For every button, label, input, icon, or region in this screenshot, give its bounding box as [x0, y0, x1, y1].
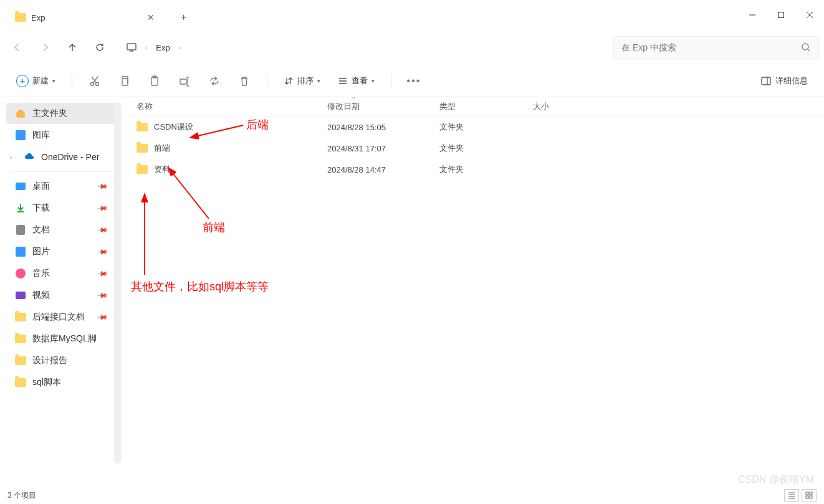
- main-area: 主文件夹 图库 › OneDrive - Per 桌面 📌 下载 📌: [0, 97, 824, 487]
- desktop-icon: [15, 181, 26, 192]
- column-size[interactable]: 大小: [533, 101, 824, 112]
- pc-icon: [125, 41, 138, 54]
- sidebar-item-folder3[interactable]: 设计报告: [6, 350, 115, 371]
- close-tab-icon[interactable]: ✕: [145, 11, 157, 24]
- svg-rect-15: [180, 79, 186, 84]
- column-type[interactable]: 类型: [439, 101, 533, 112]
- column-name[interactable]: 名称: [122, 101, 327, 112]
- sidebar-item-pictures[interactable]: 图片 📌: [6, 241, 115, 262]
- paste-button[interactable]: [142, 70, 167, 92]
- grid-view-toggle[interactable]: [802, 489, 817, 502]
- sidebar-label: 下载: [32, 202, 92, 214]
- column-headers: 名称 修改日期 类型 大小: [122, 97, 824, 116]
- pictures-icon: [15, 246, 26, 257]
- breadcrumb[interactable]: › Exp ›: [120, 36, 606, 59]
- scrollbar[interactable]: [114, 102, 122, 464]
- file-row[interactable]: CSDN课设 2024/8/28 15:05 文件夹: [122, 116, 824, 138]
- file-row[interactable]: 资料 2024/8/28 14:47 文件夹: [122, 159, 824, 180]
- sidebar: 主文件夹 图库 › OneDrive - Per 桌面 📌 下载 📌: [0, 97, 122, 487]
- close-window-button[interactable]: [795, 5, 824, 25]
- pin-icon: 📌: [96, 180, 108, 192]
- details-label: 详细信息: [775, 75, 808, 87]
- tab-title: Exp: [31, 13, 140, 22]
- svg-rect-12: [122, 78, 128, 85]
- sidebar-item-onedrive[interactable]: › OneDrive - Per: [6, 146, 115, 168]
- folder-icon: [137, 123, 148, 131]
- new-button[interactable]: + 新建 ▾: [10, 71, 62, 91]
- video-icon: [15, 290, 26, 301]
- statusbar: 3 个项目: [0, 487, 824, 504]
- sidebar-label: 主文件夹: [32, 108, 107, 119]
- annotation-other: 其他文件，比如sql脚本等等: [131, 279, 269, 294]
- chevron-right-icon[interactable]: ›: [10, 154, 17, 161]
- sidebar-item-folder1[interactable]: 后端接口文档 📌: [6, 307, 115, 328]
- file-list: CSDN课设 2024/8/28 15:05 文件夹 前端 2024/8/31 …: [122, 116, 824, 180]
- svg-rect-4: [127, 44, 136, 50]
- file-name: 前端: [154, 143, 170, 154]
- sort-button[interactable]: 排序 ▾: [277, 72, 327, 90]
- share-button[interactable]: [202, 70, 227, 92]
- maximize-button[interactable]: [767, 5, 795, 25]
- sidebar-label: OneDrive - Per: [41, 152, 107, 162]
- sidebar-item-music[interactable]: 音乐 📌: [6, 263, 115, 284]
- svg-rect-34: [810, 496, 812, 498]
- gallery-icon: [15, 130, 26, 141]
- arrow-icon: [135, 191, 154, 278]
- details-panel-button[interactable]: 详细信息: [754, 72, 814, 90]
- sidebar-item-gallery[interactable]: 图库: [6, 125, 115, 146]
- sidebar-item-downloads[interactable]: 下载 📌: [6, 197, 115, 219]
- sidebar-item-folder4[interactable]: sql脚本: [6, 372, 115, 393]
- titlebar: Exp ✕ +: [0, 0, 824, 30]
- cut-button[interactable]: [82, 70, 107, 92]
- sort-indicator-icon: ^: [352, 97, 355, 102]
- up-button[interactable]: [60, 35, 85, 60]
- sidebar-label: sql脚本: [32, 377, 107, 388]
- chevron-down-icon: ▾: [52, 78, 55, 84]
- file-date: 2024/8/28 15:05: [327, 123, 439, 132]
- divider: [72, 74, 72, 88]
- sidebar-label: 图库: [32, 130, 107, 141]
- svg-point-8: [91, 82, 94, 85]
- folder-icon: [137, 165, 148, 174]
- search-input[interactable]: [621, 42, 801, 52]
- folder-icon: [15, 311, 26, 323]
- refresh-button[interactable]: [87, 35, 112, 60]
- svg-rect-31: [806, 492, 808, 495]
- svg-rect-1: [778, 12, 784, 18]
- tab-exp[interactable]: Exp ✕: [5, 6, 167, 29]
- sort-icon: [284, 76, 294, 86]
- more-button[interactable]: •••: [401, 70, 426, 92]
- item-count: 3 个项目: [7, 490, 36, 501]
- folder-icon: [137, 144, 148, 153]
- back-button[interactable]: [5, 35, 30, 60]
- breadcrumb-item[interactable]: Exp: [152, 40, 173, 55]
- add-tab-button[interactable]: +: [175, 8, 193, 27]
- file-date: 2024/8/31 17:07: [327, 144, 439, 153]
- svg-rect-32: [810, 492, 812, 495]
- chevron-right-icon[interactable]: ›: [143, 44, 150, 51]
- cloud-icon: [24, 151, 35, 163]
- copy-button[interactable]: [112, 70, 137, 92]
- file-row[interactable]: 前端 2024/8/31 17:07 文件夹: [122, 138, 824, 159]
- window-controls: [738, 5, 824, 25]
- sidebar-item-videos[interactable]: 视频 📌: [6, 285, 115, 306]
- rename-button[interactable]: [172, 70, 197, 92]
- delete-button[interactable]: [232, 70, 257, 92]
- column-date[interactable]: 修改日期: [327, 101, 439, 112]
- minimize-button[interactable]: [738, 5, 767, 25]
- forward-button[interactable]: [32, 35, 57, 60]
- search-icon: [801, 42, 811, 52]
- sidebar-item-home[interactable]: 主文件夹: [6, 103, 115, 124]
- chevron-right-icon[interactable]: ›: [176, 44, 183, 51]
- search-box[interactable]: [613, 36, 819, 59]
- sidebar-item-desktop[interactable]: 桌面 📌: [6, 176, 115, 197]
- details-icon: [760, 75, 772, 87]
- sidebar-item-documents[interactable]: 文档 📌: [6, 219, 115, 240]
- sidebar-item-folder2[interactable]: 数据库MySQL脚: [6, 328, 115, 349]
- svg-point-9: [96, 82, 99, 85]
- pin-icon: 📌: [96, 202, 108, 214]
- folder-icon: [15, 333, 26, 345]
- view-button[interactable]: 查看 ▾: [332, 72, 381, 90]
- list-view-toggle[interactable]: [784, 489, 799, 502]
- navbar: › Exp ›: [0, 30, 824, 65]
